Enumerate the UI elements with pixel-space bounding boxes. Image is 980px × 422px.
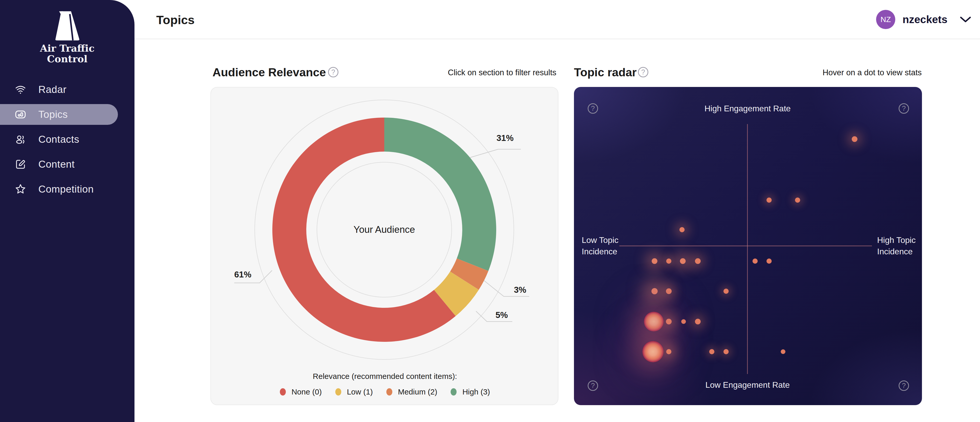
sidebar-item-label: Topics xyxy=(38,109,68,120)
legend-label: Low (1) xyxy=(347,387,373,396)
sidebar-item-topics[interactable]: Topics xyxy=(0,104,118,125)
radar-dot[interactable] xyxy=(679,227,685,232)
radar-scatter-plot xyxy=(574,87,922,405)
audience-relevance-title: Audience Relevance xyxy=(213,66,326,79)
sidebar-item-content[interactable]: Content xyxy=(0,154,135,175)
app-logo: Air Traffic Control xyxy=(0,10,135,64)
brand-line1: Air Traffic xyxy=(0,43,135,54)
audience-help-icon[interactable]: ? xyxy=(328,67,339,77)
user-menu[interactable]: NZ nzeckets xyxy=(876,8,972,31)
radar-dot[interactable] xyxy=(795,198,800,203)
radar-dot[interactable] xyxy=(666,288,671,294)
donut-center-label: Your Audience xyxy=(353,224,415,235)
legend-item-none[interactable]: None (0) xyxy=(280,387,322,396)
radar-help-icon[interactable]: ? xyxy=(638,67,648,77)
radar-dot[interactable] xyxy=(680,258,686,264)
sidebar-nav: Radar Topics Contacts xyxy=(0,79,135,200)
topic-radar-card: High Engagement Rate Low Engagement Rate… xyxy=(574,87,922,405)
radar-dot[interactable] xyxy=(852,136,858,142)
avatar: NZ xyxy=(876,10,895,29)
user-name: nzeckets xyxy=(902,13,947,26)
legend-item-medium[interactable]: Medium (2) xyxy=(387,387,438,396)
legend-dot-none xyxy=(280,388,286,395)
radar-waves-icon xyxy=(14,83,26,96)
legend-dot-low xyxy=(335,388,341,395)
radar-dot[interactable] xyxy=(767,259,772,264)
legend-label: High (3) xyxy=(462,387,490,396)
radar-dot[interactable] xyxy=(651,288,658,294)
radar-dot[interactable] xyxy=(666,349,671,354)
sidebar-item-label: Competition xyxy=(38,184,94,195)
radar-dot-large[interactable] xyxy=(644,312,663,331)
sidebar-item-competition[interactable]: Competition xyxy=(0,179,135,200)
percent-label-none: 61% xyxy=(234,270,251,280)
chevron-down-icon[interactable] xyxy=(959,15,972,24)
radar-dot[interactable] xyxy=(752,259,758,264)
audience-hint: Click on section to filter results xyxy=(389,68,556,77)
callout-line-31 xyxy=(470,149,521,158)
percent-label-high: 31% xyxy=(496,133,514,143)
people-icon xyxy=(14,133,26,145)
legend-title: Relevance (recommended content items): xyxy=(211,372,559,381)
radar-hint: Hover on a dot to view stats xyxy=(751,68,922,77)
sidebar: Air Traffic Control Radar Topics xyxy=(0,0,135,422)
donut-legend: None (0) Low (1) Medium (2) High (3) xyxy=(211,387,559,396)
radar-dot[interactable] xyxy=(724,349,729,354)
metronome-logo-icon xyxy=(52,10,83,41)
legend-item-high[interactable]: High (3) xyxy=(450,387,490,396)
legend-dot-medium xyxy=(387,388,392,395)
sidebar-item-radar[interactable]: Radar xyxy=(0,79,135,100)
radar-dot[interactable] xyxy=(695,258,701,264)
star-icon xyxy=(14,183,26,195)
radar-dot[interactable] xyxy=(724,289,729,294)
radar-dot[interactable] xyxy=(767,198,772,203)
radar-dot-large[interactable] xyxy=(642,341,663,362)
header-divider xyxy=(135,39,980,39)
audience-relevance-card: 31% 3% 5% 61% Your Audience Relevance (r… xyxy=(210,87,558,405)
sidebar-item-contacts[interactable]: Contacts xyxy=(0,129,135,150)
legend-label: Medium (2) xyxy=(398,387,438,396)
bar-chart-icon xyxy=(14,109,26,120)
radar-dot[interactable] xyxy=(781,349,785,354)
page-title: Topics xyxy=(156,13,195,27)
percent-label-medium: 3% xyxy=(514,285,526,295)
percent-label-low: 5% xyxy=(495,310,508,320)
radar-dot[interactable] xyxy=(709,349,714,354)
sidebar-item-label: Contacts xyxy=(38,134,79,145)
radar-dot[interactable] xyxy=(681,319,686,324)
radar-dot[interactable] xyxy=(666,319,671,324)
topic-radar-title: Topic radar xyxy=(574,66,637,79)
legend-label: None (0) xyxy=(291,387,322,396)
edit-square-icon xyxy=(14,158,26,170)
sidebar-item-label: Content xyxy=(38,158,75,170)
sidebar-item-label: Radar xyxy=(38,84,67,95)
radar-dot[interactable] xyxy=(666,259,671,264)
radar-dot[interactable] xyxy=(652,258,657,264)
legend-dot-high xyxy=(450,388,457,395)
donut-segment-high[interactable] xyxy=(384,118,496,271)
legend-item-low[interactable]: Low (1) xyxy=(335,387,373,396)
radar-dot[interactable] xyxy=(695,319,701,324)
brand-line2: Control xyxy=(0,54,135,64)
